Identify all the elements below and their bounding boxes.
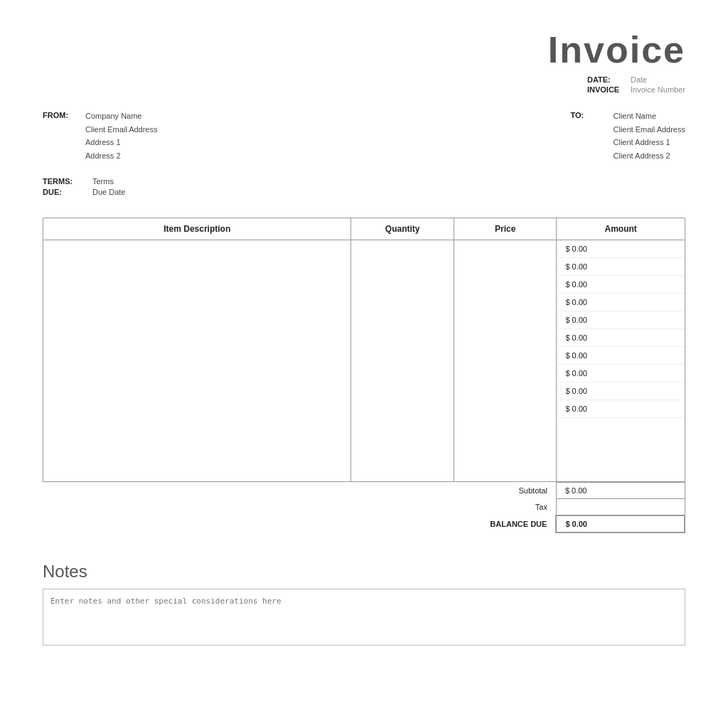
- col-amount: Amount: [557, 218, 685, 240]
- quantity-cell: [351, 240, 454, 481]
- notes-section: Notes: [43, 562, 685, 648]
- to-address2: Client Address 2: [614, 149, 686, 163]
- amount-row-3: $ 0.00: [557, 294, 685, 311]
- invoice-label: INVOICE: [587, 85, 626, 94]
- to-block: TO: Client Name Client Email Address Cli…: [571, 109, 686, 163]
- date-invoice-block: DATE: Date INVOICE Invoice Number: [587, 75, 685, 95]
- terms-label: TERMS:: [43, 177, 85, 186]
- invoice-title: Invoice: [548, 28, 685, 71]
- from-block: FROM: Company Name Client Email Address …: [43, 109, 158, 163]
- amount-row-0: $ 0.00: [557, 240, 685, 258]
- table-header-row: Item Description Quantity Price Amount: [43, 218, 685, 240]
- from-address2: Address 2: [85, 149, 158, 163]
- due-label: DUE:: [43, 188, 85, 196]
- amount-row-8: $ 0.00: [557, 382, 685, 400]
- date-value: Date: [631, 75, 647, 84]
- amount-row-1: $ 0.00: [557, 258, 685, 276]
- subtotal-label: Subtotal: [43, 482, 556, 498]
- to-email: Client Email Address: [614, 123, 686, 136]
- invoice-table: Item Description Quantity Price Amount $…: [43, 218, 685, 482]
- balance-due-value: $ 0.00: [556, 515, 685, 532]
- tax-value: [556, 498, 685, 515]
- invoice-number-value: Invoice Number: [631, 85, 685, 94]
- from-email: Client Email Address: [85, 123, 158, 136]
- from-to-section: FROM: Company Name Client Email Address …: [43, 109, 685, 163]
- amount-row-7: $ 0.00: [557, 365, 685, 382]
- notes-textarea[interactable]: [43, 589, 685, 646]
- col-description: Item Description: [43, 218, 351, 240]
- col-price: Price: [454, 218, 556, 240]
- price-cell: [454, 240, 556, 481]
- amount-row-9: $ 0.00: [557, 400, 685, 418]
- amount-row-2: $ 0.00: [557, 276, 685, 294]
- due-value: Due Date: [92, 188, 125, 196]
- date-label: DATE:: [587, 75, 626, 84]
- amount-row-4: $ 0.00: [557, 311, 685, 329]
- col-quantity: Quantity: [351, 218, 454, 240]
- amount-rows: $ 0.00$ 0.00$ 0.00$ 0.00$ 0.00$ 0.00$ 0.…: [557, 240, 685, 418]
- terms-value: Terms: [92, 177, 114, 186]
- subtotal-value: $ 0.00: [556, 482, 685, 498]
- amount-cell: $ 0.00$ 0.00$ 0.00$ 0.00$ 0.00$ 0.00$ 0.…: [557, 240, 685, 481]
- balance-row: BALANCE DUE $ 0.00: [43, 515, 685, 532]
- to-content: Client Name Client Email Address Client …: [614, 109, 686, 163]
- from-content: Company Name Client Email Address Addres…: [85, 109, 158, 163]
- to-client-name: Client Name: [614, 109, 686, 123]
- amount-row-6: $ 0.00: [557, 347, 685, 365]
- subtotal-row: Subtotal $ 0.00: [43, 482, 685, 498]
- description-cell: [43, 240, 351, 481]
- tax-label: Tax: [43, 498, 556, 515]
- amount-row-5: $ 0.00: [557, 329, 685, 347]
- from-address1: Address 1: [85, 136, 158, 149]
- notes-title: Notes: [43, 562, 685, 582]
- to-address1: Client Address 1: [614, 136, 686, 149]
- terms-section: TERMS: Terms DUE: Due Date: [43, 177, 685, 196]
- from-label: FROM:: [43, 109, 78, 163]
- table-main-row: $ 0.00$ 0.00$ 0.00$ 0.00$ 0.00$ 0.00$ 0.…: [43, 240, 685, 481]
- balance-due-label: BALANCE DUE: [43, 515, 556, 532]
- tax-row: Tax: [43, 498, 685, 515]
- header-section: Invoice DATE: Date INVOICE Invoice Numbe…: [43, 28, 685, 95]
- from-company: Company Name: [85, 109, 158, 123]
- summary-table: Subtotal $ 0.00 Tax BALANCE DUE $ 0.00: [43, 482, 685, 533]
- to-label: TO:: [571, 109, 606, 163]
